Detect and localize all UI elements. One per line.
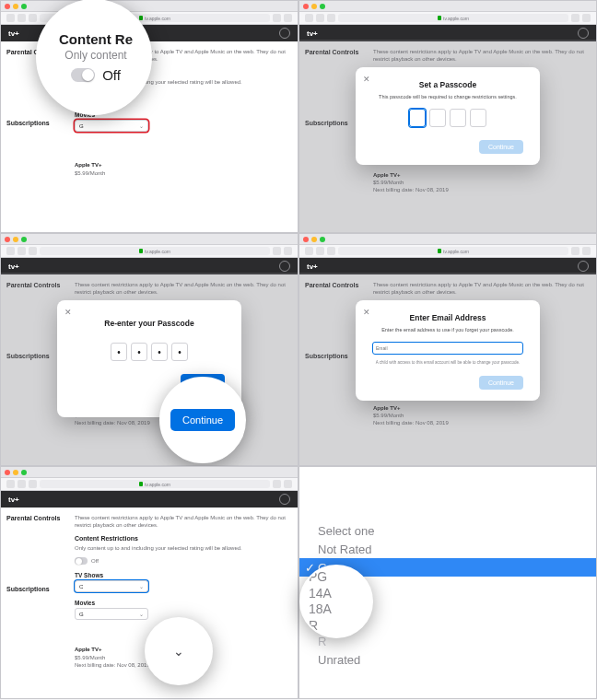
app-brand: tv+ (8, 29, 19, 38)
set-passcode-modal: ✕ Set a Passcode This passcode will be r… (356, 67, 540, 165)
passcode-digit-1[interactable] (409, 109, 426, 127)
profile-icon[interactable] (279, 28, 290, 39)
window-titlebar (1, 1, 298, 12)
zoom-toggle[interactable] (71, 68, 95, 82)
zoom-title: Content Re (59, 31, 133, 47)
modal-title: Re-enter your Passcode (74, 319, 225, 328)
modal-title: Enter Email Address (372, 313, 523, 322)
movies-value: G (79, 612, 84, 617)
sidebar-toggle[interactable] (29, 14, 37, 22)
rating-option-select-one[interactable]: Select one (299, 521, 596, 540)
subscription-name: Apple TV+ (75, 161, 290, 169)
email-field[interactable] (372, 342, 523, 355)
subscription-info: Apple TV+ $5.99/Month (75, 161, 290, 177)
close-icon[interactable]: ✕ (64, 308, 72, 317)
passcode-digit-1[interactable]: • (111, 343, 127, 361)
zoom-callout-continue: Continue (159, 377, 246, 463)
url-text: tv.apple.com (145, 16, 170, 21)
passcode-digit-2[interactable] (429, 109, 446, 127)
passcode-digit-4[interactable] (470, 109, 486, 127)
subscription-price: $5.99/Month (75, 169, 290, 177)
movies-value: G (79, 123, 84, 129)
chevron-down-icon: ⌄ (139, 122, 144, 129)
profile-icon[interactable] (578, 261, 589, 272)
zoom-callout-toggle: Content Re Only content Off (36, 0, 152, 115)
share-button[interactable] (273, 14, 281, 22)
profile-icon[interactable] (279, 261, 290, 272)
email-modal: ✕ Enter Email Address Enter the email ad… (356, 300, 540, 401)
close-icon[interactable]: ✕ (363, 308, 370, 317)
back-button[interactable] (6, 14, 15, 22)
movies-label: Movies (75, 600, 290, 606)
sidebar-item-subscriptions[interactable]: Subscriptions (6, 120, 62, 126)
movies-dropdown[interactable]: G⌄ (75, 120, 148, 132)
passcode-inputs (372, 109, 523, 127)
profile-icon[interactable] (279, 494, 290, 505)
passcode-digit-2[interactable]: • (131, 343, 147, 361)
rating-option-not-rated[interactable]: Not Rated (299, 540, 596, 558)
modal-overlay: ✕ Set a Passcode This passcode will be r… (299, 40, 596, 232)
tv-shows-value: C (79, 584, 83, 589)
tv-shows-dropdown[interactable]: C⌄ (75, 580, 148, 592)
browser-toolbar: tv.apple.com (1, 12, 298, 25)
screenshot-5: tv.apple.com tv+ Parental ControlsSubscr… (0, 466, 298, 699)
zoom-off-label: Off (102, 67, 121, 83)
screenshot-1: tv.apple.com tv+ Parental Controls Subsc… (0, 0, 298, 233)
chevron-down-icon[interactable]: ⌄ (173, 644, 184, 659)
tv-shows-label: TV Shows (75, 572, 290, 578)
continue-button[interactable]: Continue (479, 376, 523, 390)
screenshot-4: tv.apple.com tv+ Parental ControlsSubscr… (298, 233, 597, 466)
zoom-continue-button[interactable]: Continue (170, 409, 235, 431)
continue-button[interactable]: Continue (479, 140, 523, 154)
window-close-icon[interactable] (5, 4, 10, 9)
profile-icon[interactable] (578, 28, 589, 39)
forward-button[interactable] (18, 14, 26, 22)
email-note: A child with access to this email accoun… (372, 360, 523, 365)
modal-subtitle: This passcode will be required to change… (372, 94, 523, 99)
passcode-digit-3[interactable]: • (151, 343, 168, 361)
zoom-rating-14a: 14A (309, 586, 332, 602)
zoom-subtitle: Only content (64, 49, 126, 62)
restrictions-toggle[interactable] (75, 557, 88, 565)
movies-dropdown[interactable]: G⌄ (75, 608, 148, 620)
close-icon[interactable]: ✕ (363, 75, 370, 84)
screenshot-6: Select one Not Rated G PG 14A 18A R Unra… (298, 466, 597, 699)
modal-title: Set a Passcode (372, 80, 523, 89)
window-zoom-icon[interactable] (21, 4, 27, 9)
window-minimize-icon[interactable] (13, 4, 18, 9)
zoom-rating-18a: 18A (309, 601, 332, 618)
rating-option-unrated[interactable]: Unrated (299, 650, 596, 669)
passcode-digit-4[interactable]: • (171, 343, 188, 361)
zoom-callout-ratings: PG 14A 18A R (299, 565, 373, 638)
passcode-digit-3[interactable] (450, 109, 466, 127)
screenshot-2: tv.apple.com tv+ Parental ControlsSubscr… (298, 0, 597, 233)
tabs-button[interactable] (284, 14, 292, 22)
lock-icon (139, 16, 143, 20)
zoom-callout-dropdown: ⌄ (145, 617, 213, 685)
modal-subtitle: Enter the email address to use if you fo… (372, 327, 523, 332)
screenshot-3: tv.apple.com tv+ Parental ControlsSubscr… (0, 233, 298, 466)
chevron-down-icon: ⌄ (139, 611, 144, 617)
chevron-down-icon: ⌄ (139, 583, 144, 589)
